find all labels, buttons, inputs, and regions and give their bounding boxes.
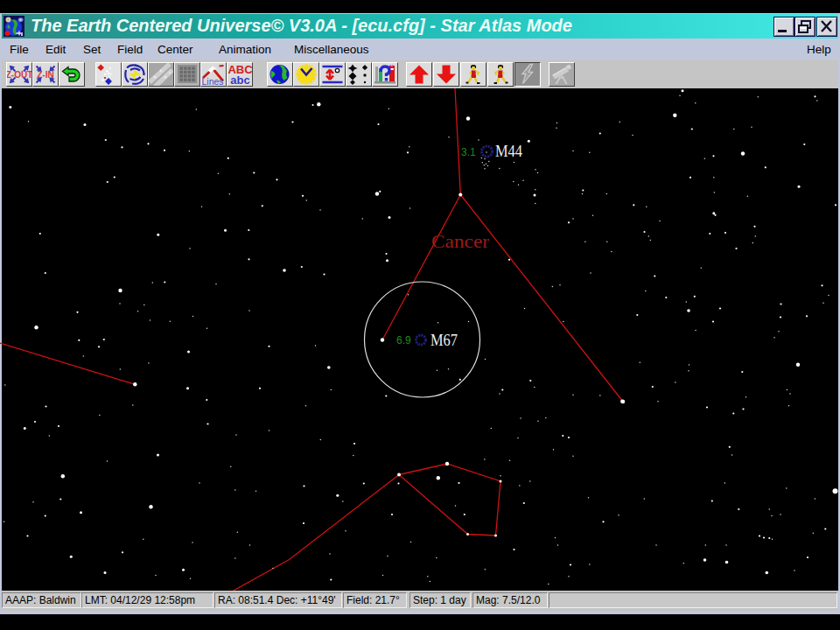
svg-text:Z-OUT: Z-OUT [7,70,32,80]
svg-text:3.1: 3.1 [461,146,476,158]
svg-text:Z-IN: Z-IN [37,70,53,80]
svg-text:M67: M67 [430,332,458,349]
svg-text:Lines: Lines [202,76,224,87]
svg-text:Cancer: Cancer [431,230,490,252]
svg-text:6.9: 6.9 [396,334,411,346]
svg-text:abc: abc [230,74,249,86]
svg-text:M44: M44 [495,143,522,160]
